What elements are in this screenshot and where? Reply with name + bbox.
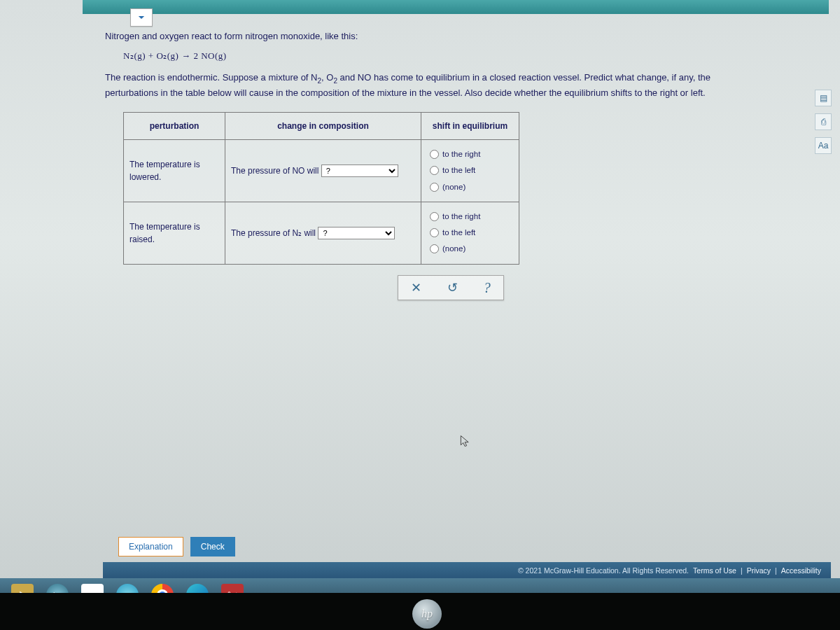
chevron-down-icon (136, 13, 146, 22)
chemical-equation: N₂(g) + O₂(g) → 2 NO(g) (123, 49, 819, 63)
check-button[interactable]: Check (190, 537, 235, 556)
shift-right-option[interactable]: to the right (430, 148, 510, 160)
clear-icon[interactable]: ✕ (411, 280, 421, 295)
header-shift: shift in equilibrium (421, 113, 519, 140)
shift-none-option[interactable]: (none) (430, 243, 510, 255)
reset-icon[interactable]: ↺ (447, 280, 458, 295)
side-toolbar: ▤ ⎙ Aa (815, 90, 832, 154)
text-size-icon[interactable]: Aa (815, 137, 832, 154)
shift-right-option[interactable]: to the right (430, 211, 510, 223)
header-perturbation: perturbation (124, 113, 225, 140)
perturbation-cell: The temperature is raised. (124, 202, 225, 264)
intro-line-1: Nitrogen and oxygen react to form nitrog… (105, 29, 819, 43)
hp-monitor-logo: hp (410, 596, 444, 630)
perturbation-table: perturbation change in composition shift… (123, 112, 519, 265)
pressure-n2-select[interactable]: ? (318, 227, 395, 239)
header-change: change in composition (225, 113, 421, 140)
table-header-row: perturbation change in composition shift… (124, 113, 519, 140)
terms-link[interactable]: Terms of Use (693, 566, 736, 575)
accessibility-link[interactable]: Accessibility (781, 566, 821, 575)
shift-left-option[interactable]: to the left (430, 227, 510, 239)
previous-step-button[interactable] (130, 8, 153, 27)
change-prefix: The pressure of N₂ will (231, 228, 316, 238)
perturbation-cell: The temperature is lowered. (124, 140, 225, 202)
explanation-button[interactable]: Explanation (118, 537, 183, 556)
shift-cell: to the right to the left (none) (421, 202, 519, 264)
intro-line-3: perturbations in the table below will ca… (105, 86, 819, 100)
app-header-bar (83, 0, 829, 14)
action-bar: Explanation Check (103, 531, 827, 562)
change-cell: The pressure of N₂ will ? (225, 202, 421, 264)
print-icon[interactable]: ⎙ (815, 113, 832, 130)
change-prefix: The pressure of NO will (231, 166, 318, 176)
question-body: Nitrogen and oxygen react to form nitrog… (105, 29, 819, 265)
help-icon[interactable]: ? (484, 280, 491, 296)
change-cell: The pressure of NO will ? (225, 140, 421, 202)
table-row: The temperature is raised. The pressure … (124, 202, 519, 264)
footer-bar: © 2021 McGraw-Hill Education. All Rights… (103, 562, 831, 579)
table-row: The temperature is lowered. The pressure… (124, 140, 519, 202)
resource-icon[interactable]: ▤ (815, 90, 832, 106)
shift-none-option[interactable]: (none) (430, 181, 510, 193)
mouse-cursor-icon (458, 434, 472, 451)
copyright-text: © 2021 McGraw-Hill Education. All Rights… (518, 566, 689, 575)
shift-cell: to the right to the left (none) (421, 140, 519, 202)
shift-left-option[interactable]: to the left (430, 164, 510, 176)
pressure-no-select[interactable]: ? (321, 164, 398, 177)
privacy-link[interactable]: Privacy (747, 566, 771, 575)
answer-controls: ✕ ↺ ? (398, 275, 504, 300)
intro-line-2: The reaction is endothermic. Suppose a m… (105, 71, 819, 86)
